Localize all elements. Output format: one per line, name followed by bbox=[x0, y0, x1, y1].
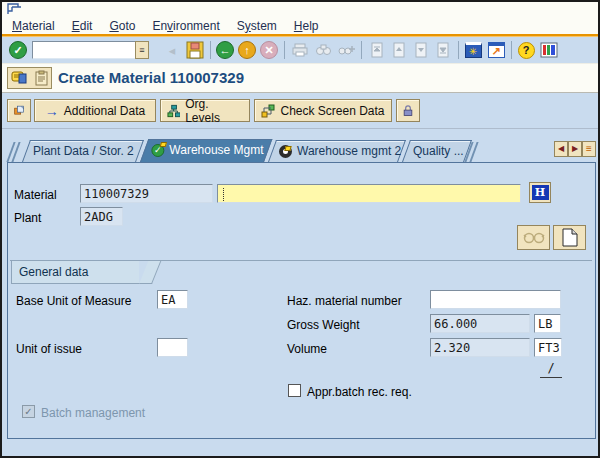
toolbar-separator bbox=[284, 41, 285, 59]
find-binoculars-icon bbox=[315, 43, 332, 57]
enter-check-icon: ✓ bbox=[9, 41, 27, 59]
volume-unit-field[interactable]: FT3 bbox=[534, 338, 562, 357]
enter-button[interactable]: ✓ bbox=[8, 40, 28, 60]
toolbar-separator bbox=[361, 41, 362, 59]
tab-warehouse-mgmt-2[interactable]: Warehouse mgmt 2 bbox=[268, 140, 406, 162]
base-unit-label: Base Unit of Measure bbox=[16, 294, 131, 308]
tab-plant-data-stor-2[interactable]: Plant Data / Stor. 2 bbox=[22, 140, 144, 162]
customize-layout-button[interactable] bbox=[539, 40, 559, 60]
help-question-icon: ? bbox=[518, 42, 535, 59]
exit-button[interactable]: ↑ bbox=[237, 40, 257, 60]
print-icon bbox=[292, 43, 308, 57]
tab-quality[interactable]: Quality ... bbox=[402, 140, 472, 162]
cancel-button: ✕ bbox=[259, 40, 279, 60]
command-field[interactable] bbox=[32, 41, 136, 59]
toolbar-separator bbox=[210, 41, 211, 59]
back-button[interactable]: ← bbox=[215, 40, 235, 60]
base-unit-field[interactable]: EA bbox=[157, 290, 188, 309]
create-shortcut-button[interactable]: ↗ bbox=[486, 40, 506, 60]
tab-scroll-left-button[interactable]: ◀ bbox=[554, 141, 568, 157]
command-history-dropdown[interactable]: ≡ bbox=[135, 41, 149, 59]
haz-material-label: Haz. material number bbox=[287, 294, 402, 308]
overlapping-squares-icon bbox=[14, 103, 24, 118]
object-services-button[interactable] bbox=[7, 67, 52, 89]
dropdown-list-icon: ≡ bbox=[139, 45, 144, 55]
previous-page-button bbox=[389, 40, 409, 60]
next-page-icon bbox=[414, 42, 428, 58]
menu-system[interactable]: System bbox=[237, 19, 277, 33]
new-document-icon bbox=[562, 228, 578, 247]
haz-material-field[interactable] bbox=[430, 290, 561, 309]
plant-field: 2ADG bbox=[80, 207, 123, 226]
info-button[interactable]: H bbox=[529, 182, 551, 203]
text-cursor bbox=[223, 188, 224, 201]
first-page-icon bbox=[370, 42, 384, 58]
object-services-icon bbox=[11, 70, 31, 86]
material-number-field: 110007329 bbox=[80, 184, 213, 203]
lock-icon bbox=[403, 103, 413, 118]
cancel-x-icon: ✕ bbox=[260, 41, 278, 59]
appr-batch-checkbox[interactable] bbox=[288, 384, 301, 397]
save-button[interactable] bbox=[185, 40, 205, 60]
tab-list-button[interactable]: ≡ bbox=[582, 141, 596, 157]
exit-arrow-icon: ↑ bbox=[238, 41, 256, 59]
copy-from-button[interactable] bbox=[7, 99, 31, 122]
gross-weight-label: Gross Weight bbox=[287, 318, 359, 332]
last-page-icon bbox=[436, 42, 450, 58]
check-screen-data-button[interactable]: Check Screen Data bbox=[254, 99, 392, 122]
org-chart-icon bbox=[167, 104, 180, 118]
tab-scroll-right-button[interactable]: ▶ bbox=[568, 141, 582, 157]
left-arrow-icon: ◀ bbox=[558, 144, 564, 153]
size-dimensions-field[interactable]: / bbox=[540, 361, 562, 378]
appr-batch-label: Appr.batch rec. req. bbox=[307, 385, 412, 399]
org-levels-button[interactable]: Org. Levels bbox=[160, 99, 250, 122]
material-label: Material bbox=[14, 188, 57, 202]
previous-page-icon bbox=[392, 42, 406, 58]
blue-arrow-icon: → bbox=[45, 104, 59, 118]
batch-management-checkbox: ✓ bbox=[22, 405, 35, 418]
lock-button[interactable] bbox=[396, 99, 420, 122]
create-shortcut-icon: ↗ bbox=[488, 42, 505, 58]
weight-unit-field[interactable]: LB bbox=[534, 314, 561, 333]
save-floppy-icon bbox=[186, 41, 204, 59]
gross-weight-field: 66.000 bbox=[430, 314, 530, 333]
customize-layout-icon bbox=[540, 42, 558, 58]
new-session-icon: ✳ bbox=[465, 42, 482, 58]
new-session-button[interactable]: ✳ bbox=[463, 40, 483, 60]
menu-edit[interactable]: Edit bbox=[72, 19, 93, 33]
additional-data-button[interactable]: → Additional Data bbox=[34, 99, 156, 122]
unit-of-issue-field[interactable] bbox=[157, 338, 188, 357]
menu-bar: Material Edit Goto Environment System He… bbox=[2, 17, 598, 34]
menu-environment[interactable]: Environment bbox=[152, 19, 219, 33]
unit-of-issue-label: Unit of issue bbox=[16, 342, 82, 356]
page-title: Create Material 110007329 bbox=[58, 69, 244, 86]
plant-label: Plant bbox=[14, 211, 41, 225]
material-description-field[interactable] bbox=[217, 184, 521, 203]
toolbar-separator bbox=[511, 41, 512, 59]
print-button bbox=[290, 40, 310, 60]
create-new-button[interactable] bbox=[553, 225, 586, 250]
menu-goto[interactable]: Goto bbox=[109, 19, 135, 33]
glasses-icon bbox=[523, 231, 545, 244]
tab-warehouse-mgmt[interactable]: ✓Warehouse Mgmt bbox=[140, 139, 272, 162]
menu-material[interactable]: Material bbox=[12, 19, 55, 33]
additional-data-label: Additional Data bbox=[64, 104, 145, 118]
menu-help[interactable]: Help bbox=[294, 19, 319, 33]
info-icon: H bbox=[532, 185, 549, 200]
first-page-button bbox=[367, 40, 387, 60]
window-titlebar bbox=[2, 2, 598, 17]
back-arrow-icon: ← bbox=[216, 41, 234, 59]
status-bar bbox=[2, 440, 598, 456]
collapse-command-icon: ◂ bbox=[162, 40, 182, 60]
last-page-button bbox=[433, 40, 453, 60]
next-page-button bbox=[411, 40, 431, 60]
find-next-button bbox=[336, 40, 356, 60]
sap-window-icon bbox=[7, 3, 22, 15]
toolbar-separator bbox=[458, 41, 459, 59]
check-screen-data-label: Check Screen Data bbox=[280, 104, 384, 118]
tab-list-icon: ≡ bbox=[586, 143, 592, 154]
org-levels-label: Org. Levels bbox=[185, 97, 243, 125]
screen-header: Create Material 110007329 bbox=[2, 64, 598, 92]
help-button[interactable]: ? bbox=[516, 40, 536, 60]
right-arrow-icon: ▶ bbox=[572, 144, 578, 153]
